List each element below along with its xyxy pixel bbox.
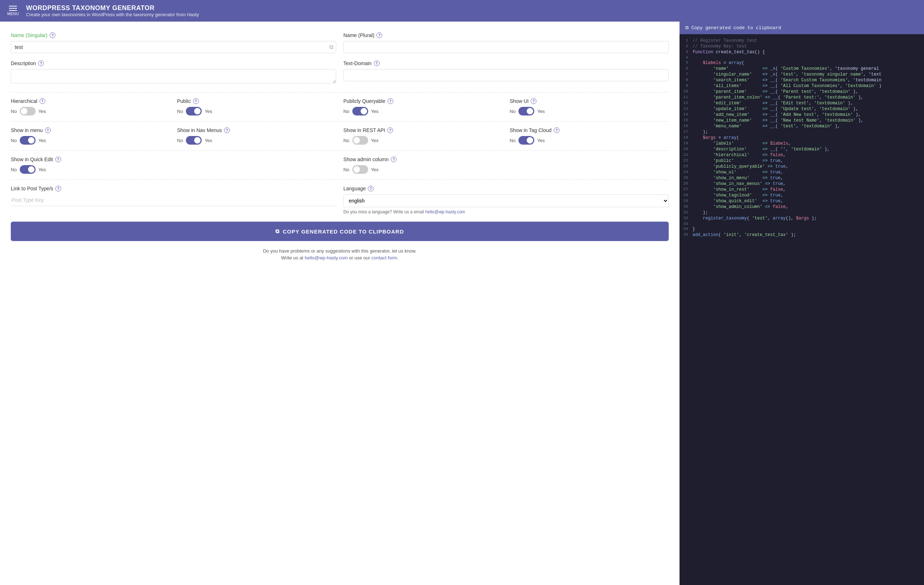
- code-line: 7 'singular_name' => _x( 'test', 'taxono…: [680, 72, 924, 78]
- footer-email-link[interactable]: hello@wp-hasty.com: [305, 255, 348, 261]
- show-in-quick-edit-group: Show in Quick Edit ? No Yes: [11, 157, 336, 174]
- show-in-menu-help-icon[interactable]: ?: [45, 127, 51, 133]
- public-toggle[interactable]: [186, 107, 202, 116]
- public-no: No: [177, 109, 183, 114]
- line-number: 29: [680, 198, 693, 203]
- plural-name-group: Name (Plural) ?: [343, 32, 669, 53]
- code-line: 31 );: [680, 210, 924, 215]
- show-in-quick-edit-toggle[interactable]: [20, 165, 36, 174]
- copy-generated-code-button[interactable]: ⧉ COPY GENERATED CODE TO CLIPBOARD: [11, 221, 669, 241]
- publicly-queryable-toggle[interactable]: [352, 107, 368, 116]
- line-number: 21: [680, 152, 693, 158]
- language-select[interactable]: english: [343, 194, 669, 207]
- header: MENU WORDPRESS TAXONOMY GENERATOR Create…: [0, 0, 924, 21]
- public-help-icon[interactable]: ?: [193, 98, 199, 104]
- show-admin-column-toggle-row: No Yes: [343, 165, 669, 174]
- code-copy-button[interactable]: ⧉ Copy generated code to clipboard: [680, 21, 924, 34]
- show-in-tag-cloud-toggle[interactable]: [518, 136, 534, 145]
- show-ui-toggle[interactable]: [518, 107, 534, 116]
- show-in-nav-menus-help-icon[interactable]: ?: [224, 127, 230, 133]
- toggle-row-1: Hierarchical ? No Yes Public ?: [11, 98, 669, 116]
- sinm-no: No: [177, 138, 183, 143]
- description-group: Description ?: [11, 60, 336, 85]
- show-ui-toggle-row: No Yes: [510, 107, 669, 116]
- footer-line1: Do you have problems or any suggestions …: [18, 248, 662, 254]
- page-title: WORDPRESS TAXONOMY GENERATOR: [26, 4, 199, 12]
- description-help-icon[interactable]: ?: [38, 60, 44, 66]
- show-in-tag-cloud-group: Show in Tag Cloud ? No Yes: [510, 127, 669, 145]
- hierarchical-help-icon[interactable]: ?: [40, 98, 45, 104]
- line-code: 'description' => __( '', 'textdomain' ),: [693, 147, 830, 152]
- line-code: // Taxonomy Key: test: [693, 44, 747, 49]
- public-slider: [186, 107, 202, 116]
- sim-yes: Yes: [38, 138, 46, 143]
- sitc-no: No: [510, 138, 516, 143]
- show-in-rest-help-icon[interactable]: ?: [387, 127, 393, 133]
- show-in-quick-edit-help-icon[interactable]: ?: [55, 157, 61, 162]
- line-code: 'add_new_item' => __( 'Add New test', 't…: [693, 112, 861, 117]
- show-in-tag-cloud-help-icon[interactable]: ?: [554, 127, 559, 133]
- language-email-link[interactable]: hello@wp-hasty.com: [425, 209, 465, 215]
- post-type-group: Link to Post Type/s ?: [11, 186, 336, 215]
- post-type-help-icon[interactable]: ?: [55, 186, 61, 192]
- code-line: 33: [680, 221, 924, 226]
- hierarchical-toggle[interactable]: [20, 107, 36, 116]
- show-ui-slider: [518, 107, 534, 116]
- copy-icon[interactable]: ⧉: [329, 44, 333, 50]
- pq-yes: Yes: [371, 109, 379, 114]
- post-type-input[interactable]: [11, 194, 336, 206]
- line-code: 'show_in_nav_menus' => true,: [693, 181, 785, 187]
- code-line: 19 'labels' => $labels,: [680, 140, 924, 146]
- name-row: Name (Singular) ? ⧉ Name (Plural) ?: [11, 32, 669, 53]
- plural-name-help-icon[interactable]: ?: [376, 32, 382, 38]
- line-code: 'show_quick_edit' => true,: [693, 198, 783, 203]
- show-in-quick-edit-toggle-row: No Yes: [11, 165, 336, 174]
- line-code: 'hierarchical' => false,: [693, 152, 785, 158]
- footer-contact-link[interactable]: contact form.: [371, 255, 398, 261]
- line-code: register_taxonomy( 'test', array(), $arg…: [693, 216, 817, 221]
- show-ui-help-icon[interactable]: ?: [531, 98, 536, 104]
- line-number: 7: [680, 72, 693, 77]
- toggle-row-2: Show in menu ? No Yes Show in Nav Menus …: [11, 127, 669, 145]
- publicly-queryable-group: Publicly Queryable ? No Yes: [343, 98, 503, 116]
- sinm-slider: [186, 136, 202, 145]
- line-number: 32: [680, 216, 693, 221]
- show-in-menu-toggle[interactable]: [20, 136, 36, 145]
- show-in-nav-menus-toggle[interactable]: [186, 136, 202, 145]
- show-in-rest-toggle[interactable]: [352, 136, 368, 145]
- line-code: 'name' => _x( 'Custom Taxonomies', 'taxo…: [693, 66, 879, 71]
- publicly-queryable-help-icon[interactable]: ?: [388, 98, 393, 104]
- divider-1: [11, 92, 669, 93]
- singular-name-help-icon[interactable]: ?: [50, 32, 55, 38]
- code-line: 23 'publicly_queryable' => true,: [680, 164, 924, 169]
- language-help-icon[interactable]: ?: [368, 186, 374, 192]
- code-line: 2// Taxonomy Key: test: [680, 43, 924, 49]
- description-input[interactable]: [11, 69, 336, 83]
- show-admin-column-help-icon[interactable]: ?: [391, 157, 396, 162]
- code-line: 24 'show_ui' => true,: [680, 169, 924, 175]
- code-line: 25 'show_in_menu' => true,: [680, 175, 924, 181]
- line-code: $labels = array(: [693, 60, 744, 66]
- menu-label: MENU: [7, 12, 19, 16]
- line-code: 'show_admin_column' => false,: [693, 204, 788, 209]
- show-admin-column-toggle[interactable]: [352, 165, 368, 174]
- sitc-slider: [518, 136, 534, 145]
- menu-button[interactable]: MENU: [7, 6, 19, 16]
- line-code: 'new_item_name' => __( 'New test Name', …: [693, 118, 863, 123]
- line-code: $args = array(: [693, 135, 739, 140]
- hierarchical-toggle-row: No Yes: [11, 107, 170, 116]
- textdomain-help-icon[interactable]: ?: [374, 60, 380, 66]
- singular-name-input[interactable]: [11, 41, 336, 53]
- line-number: 2: [680, 44, 693, 49]
- line-number: 11: [680, 95, 693, 100]
- copy-btn-label: COPY GENERATED CODE TO CLIPBOARD: [282, 228, 404, 235]
- line-number: 10: [680, 89, 693, 94]
- line-number: 20: [680, 147, 693, 152]
- plural-name-input[interactable]: [343, 41, 669, 53]
- code-line: 9 'all_items' => __( 'All Custom Taxonom…: [680, 83, 924, 89]
- main-layout: Name (Singular) ? ⧉ Name (Plural) ?: [0, 21, 924, 585]
- language-label: Language ?: [343, 186, 669, 192]
- code-line: 16 'menu_name' => __( 'test', 'textdomai…: [680, 123, 924, 129]
- textdomain-input[interactable]: [343, 69, 669, 81]
- line-code: 'show_in_rest' => false,: [693, 187, 785, 192]
